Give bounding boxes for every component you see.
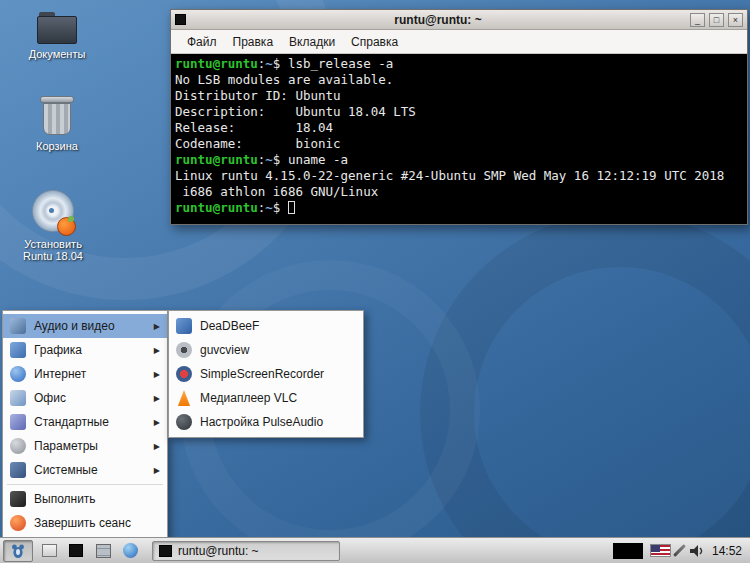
menu-item-system[interactable]: Системные ▶ bbox=[3, 458, 167, 482]
taskbar-left: runtu@runtu: ~ bbox=[0, 538, 340, 563]
tray-tool-icon[interactable] bbox=[673, 544, 686, 557]
audio-video-submenu: DeaDBeeF guvcview SimpleScreenRecorder М… bbox=[168, 310, 364, 438]
screen-recorder-icon bbox=[176, 366, 192, 382]
terminal-line: Codename: bionic bbox=[175, 136, 743, 152]
submenu-item-pulseaudio[interactable]: Настройка PulseAudio bbox=[169, 410, 363, 434]
webcam-icon bbox=[176, 342, 192, 358]
desktop: Документы Корзина Установить Runtu 18.04… bbox=[0, 0, 750, 563]
terminal-line: i686 athlon i686 GNU/Linux bbox=[175, 184, 743, 200]
menu-edit[interactable]: Правка bbox=[225, 32, 282, 52]
terminal-cursor bbox=[288, 201, 295, 214]
tray-indicator[interactable] bbox=[613, 543, 643, 559]
prompt-user: runtu@runtu bbox=[175, 200, 258, 215]
menu-item-graphics[interactable]: Графика ▶ bbox=[3, 338, 167, 362]
system-tray: 14:52 bbox=[613, 538, 750, 563]
deadbeef-icon bbox=[176, 318, 192, 334]
close-button[interactable]: × bbox=[728, 13, 743, 27]
web-browser-launcher[interactable] bbox=[119, 541, 141, 561]
menu-item-office[interactable]: Офис ▶ bbox=[3, 386, 167, 410]
trash-icon bbox=[42, 96, 72, 136]
submenu-arrow-icon: ▶ bbox=[154, 442, 160, 451]
terminal-launcher[interactable] bbox=[65, 541, 87, 561]
desktop-icon-label: Установить bbox=[10, 238, 96, 250]
menu-tabs[interactable]: Вкладки bbox=[281, 32, 343, 52]
menu-item-internet[interactable]: Интернет ▶ bbox=[3, 362, 167, 386]
run-icon bbox=[10, 491, 26, 507]
menu-help[interactable]: Справка bbox=[343, 32, 406, 52]
submenu-arrow-icon: ▶ bbox=[154, 418, 160, 427]
install-cd-icon bbox=[30, 190, 76, 234]
desktop-icon-install-runtu[interactable]: Установить Runtu 18.04 bbox=[10, 190, 96, 262]
terminal-line: Distributor ID: Ubuntu bbox=[175, 88, 743, 104]
desktop-icon-label-line2: Runtu 18.04 bbox=[10, 250, 96, 262]
prompt-path: ~ bbox=[265, 152, 273, 167]
window-title: runtu@runtu: ~ bbox=[190, 13, 686, 27]
file-manager-launcher[interactable] bbox=[92, 541, 114, 561]
terminal-line: runtu@runtu:~$ lsb_release -a bbox=[175, 56, 743, 72]
submenu-arrow-icon: ▶ bbox=[154, 322, 160, 331]
desktop-icon-trash[interactable]: Корзина bbox=[14, 96, 100, 152]
applications-menu-button[interactable] bbox=[3, 540, 33, 562]
menu-item-run[interactable]: Выполнить bbox=[3, 487, 167, 511]
clock[interactable]: 14:52 bbox=[712, 544, 742, 558]
prompt-user: runtu@runtu bbox=[175, 152, 258, 167]
accessories-icon bbox=[10, 414, 26, 430]
maximize-button[interactable]: □ bbox=[709, 13, 724, 27]
system-icon bbox=[10, 462, 26, 478]
submenu-arrow-icon: ▶ bbox=[154, 394, 160, 403]
terminal-line: Release: 18.04 bbox=[175, 120, 743, 136]
folder-icon bbox=[37, 12, 77, 44]
desktop-icon-documents[interactable]: Документы bbox=[14, 12, 100, 60]
logout-icon bbox=[10, 515, 26, 531]
applications-menu: Аудио и видео ▶ Графика ▶ Интернет ▶ Офи… bbox=[2, 310, 168, 539]
submenu-item-vlc[interactable]: Медиаплеер VLC bbox=[169, 386, 363, 410]
volume-icon[interactable] bbox=[688, 543, 705, 559]
prompt-user: runtu@runtu bbox=[175, 56, 258, 71]
terminal-icon bbox=[69, 544, 83, 557]
menu-item-settings[interactable]: Параметры ▶ bbox=[3, 434, 167, 458]
prompt-path: ~ bbox=[265, 56, 273, 71]
terminal-window: runtu@runtu: ~ _ □ × Файл Правка Вкладки… bbox=[170, 9, 748, 225]
menu-item-logout[interactable]: Завершить сеанс bbox=[3, 511, 167, 535]
menu-item-accessories[interactable]: Стандартные ▶ bbox=[3, 410, 167, 434]
vlc-cone-icon bbox=[176, 390, 192, 406]
internet-icon bbox=[10, 366, 26, 382]
browser-globe-icon bbox=[123, 543, 138, 558]
audio-video-icon bbox=[10, 318, 26, 334]
submenu-arrow-icon: ▶ bbox=[154, 346, 160, 355]
minimize-button[interactable]: _ bbox=[690, 13, 705, 27]
taskbar: runtu@runtu: ~ 14:52 bbox=[0, 537, 750, 563]
window-titlebar[interactable]: runtu@runtu: ~ _ □ × bbox=[171, 10, 747, 30]
submenu-item-deadbeef[interactable]: DeaDBeeF bbox=[169, 314, 363, 338]
taskbar-window-button[interactable]: runtu@runtu: ~ bbox=[152, 541, 340, 561]
terminal-line: runtu@runtu:~$ uname -a bbox=[175, 152, 743, 168]
file-cabinet-icon bbox=[96, 544, 111, 558]
terminal-icon bbox=[159, 545, 172, 557]
keyboard-layout-flag-icon[interactable] bbox=[650, 544, 671, 557]
terminal-menubar: Файл Правка Вкладки Справка bbox=[171, 30, 747, 54]
office-icon bbox=[10, 390, 26, 406]
prompt-path: ~ bbox=[265, 200, 273, 215]
menu-separator bbox=[7, 484, 163, 485]
terminal-line: Description: Ubuntu 18.04 LTS bbox=[175, 104, 743, 120]
submenu-item-simplescreenrecorder[interactable]: SimpleScreenRecorder bbox=[169, 362, 363, 386]
graphics-icon bbox=[10, 342, 26, 358]
terminal-line: runtu@runtu:~$ bbox=[175, 200, 743, 216]
taskbar-window-title: runtu@runtu: ~ bbox=[178, 544, 259, 558]
desktop-icon-label: Документы bbox=[14, 48, 100, 60]
submenu-arrow-icon: ▶ bbox=[154, 466, 160, 475]
desktop-icon-label: Корзина bbox=[14, 140, 100, 152]
command-text: uname -a bbox=[288, 152, 348, 167]
terminal-line: No LSB modules are available. bbox=[175, 72, 743, 88]
pulseaudio-icon bbox=[176, 414, 192, 430]
show-desktop-button[interactable] bbox=[38, 541, 60, 561]
settings-icon bbox=[10, 438, 26, 454]
show-desktop-icon bbox=[42, 544, 57, 557]
submenu-arrow-icon: ▶ bbox=[154, 370, 160, 379]
menu-file[interactable]: Файл bbox=[179, 32, 225, 52]
command-text: lsb_release -a bbox=[288, 56, 393, 71]
terminal-line: Linux runtu 4.15.0-22-generic #24-Ubuntu… bbox=[175, 168, 743, 184]
submenu-item-guvcview[interactable]: guvcview bbox=[169, 338, 363, 362]
menu-item-audio-video[interactable]: Аудио и видео ▶ bbox=[3, 314, 167, 338]
terminal-output-area[interactable]: runtu@runtu:~$ lsb_release -a No LSB mod… bbox=[171, 54, 747, 224]
